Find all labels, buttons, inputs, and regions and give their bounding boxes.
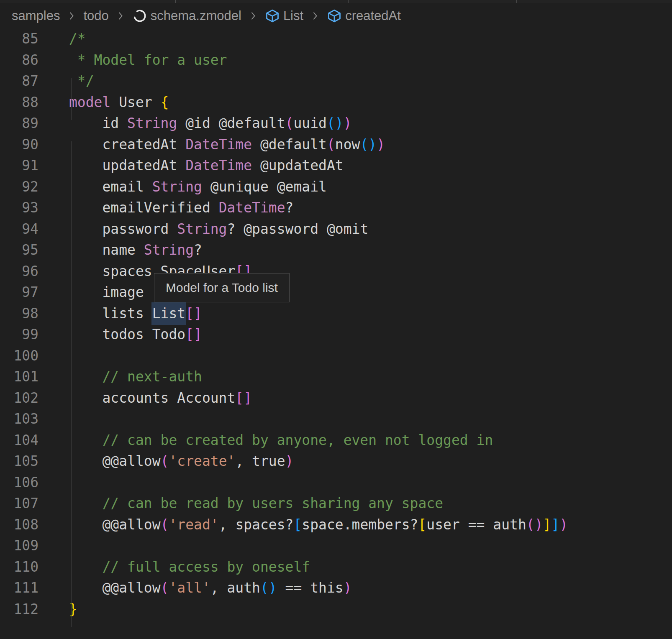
code-line[interactable]: 100: [0, 345, 672, 367]
breadcrumb-item[interactable]: samples: [12, 8, 60, 23]
code-line[interactable]: 90 createdAt DateTime @default(now()): [0, 134, 672, 156]
line-number[interactable]: 110: [0, 557, 38, 578]
line-number[interactable]: 109: [0, 535, 38, 557]
code-line[interactable]: 111 @@allow('all', auth() == this): [0, 578, 672, 599]
breadcrumb-item[interactable]: createdAt: [327, 8, 401, 23]
line-content[interactable]: */: [69, 73, 94, 89]
line-number[interactable]: 105: [0, 451, 38, 472]
code-line[interactable]: 92 email String @unique @email: [0, 176, 672, 198]
code-line[interactable]: 88model User {: [0, 92, 672, 113]
line-number[interactable]: 92: [0, 176, 38, 198]
line-number[interactable]: 97: [0, 282, 38, 303]
code-line[interactable]: 96 spaces SpaceUser[]: [0, 261, 672, 282]
line-content[interactable]: // can be created by anyone, even not lo…: [69, 432, 493, 448]
line-number[interactable]: 86: [0, 50, 38, 71]
code-token: space.members?: [302, 516, 418, 533]
line-content[interactable]: image: [69, 284, 144, 300]
code-line[interactable]: 104 // can be created by anyone, even no…: [0, 430, 672, 451]
line-number[interactable]: 112: [0, 599, 38, 620]
line-number[interactable]: 85: [0, 28, 38, 50]
code-token: ): [344, 580, 352, 596]
breadcrumb-item[interactable]: todo: [83, 8, 108, 23]
code-line[interactable]: 85/*: [0, 28, 672, 50]
line-content[interactable]: id String @id @default(uuid()): [69, 115, 352, 131]
line-number[interactable]: 90: [0, 134, 38, 156]
code-line[interactable]: 107 // can be read by users sharing any …: [0, 493, 672, 514]
code-line[interactable]: 112}: [0, 599, 672, 620]
code-token: ): [559, 516, 568, 533]
line-content[interactable]: * Model for a user: [69, 52, 227, 68]
code-line[interactable]: 89 id String @id @default(uuid()): [0, 113, 672, 134]
line-number[interactable]: 106: [0, 472, 38, 493]
line-number[interactable]: 98: [0, 303, 38, 325]
line-number[interactable]: 100: [0, 345, 38, 367]
line-content[interactable]: @@allow('read', spaces?[space.members?[u…: [69, 516, 568, 533]
code-token: name: [69, 242, 144, 258]
code-line[interactable]: 101 // next-auth: [0, 366, 672, 388]
line-number[interactable]: 91: [0, 155, 38, 176]
code-line[interactable]: 102 accounts Account[]: [0, 388, 672, 409]
line-number[interactable]: 102: [0, 388, 38, 409]
code-line[interactable]: 105 @@allow('create', true): [0, 451, 672, 472]
line-number[interactable]: 108: [0, 514, 38, 536]
line-number[interactable]: 104: [0, 430, 38, 451]
line-number[interactable]: 89: [0, 113, 38, 134]
line-number[interactable]: 99: [0, 324, 38, 345]
line-number[interactable]: 101: [0, 366, 38, 388]
line-content[interactable]: createdAt DateTime @default(now()): [69, 136, 385, 153]
editor-pane[interactable]: 85/*86 * Model for a user87 */88model Us…: [0, 28, 672, 639]
line-content[interactable]: model User {: [69, 94, 169, 110]
code-line[interactable]: 93 emailVerified DateTime?: [0, 197, 672, 219]
code-token: DateTime: [185, 157, 252, 174]
line-number[interactable]: 107: [0, 493, 38, 514]
line-number[interactable]: 88: [0, 92, 38, 113]
code-token: String: [177, 221, 227, 237]
line-content[interactable]: updatedAt DateTime @updatedAt: [69, 157, 344, 174]
line-number[interactable]: 111: [0, 578, 38, 599]
line-content[interactable]: email String @unique @email: [69, 179, 327, 195]
line-content[interactable]: emailVerified DateTime?: [69, 199, 293, 216]
line-content[interactable]: name String?: [69, 242, 202, 258]
line-content[interactable]: // full access by oneself: [69, 559, 310, 575]
line-content[interactable]: // can be read by users sharing any spac…: [69, 495, 443, 511]
code-token: ): [285, 453, 294, 469]
line-number[interactable]: 95: [0, 240, 38, 261]
line-content[interactable]: todos Todo[]: [69, 326, 202, 343]
breadcrumb-item[interactable]: schema.zmodel: [132, 8, 241, 23]
code-line[interactable]: 106: [0, 472, 672, 493]
code-line[interactable]: 110 // full access by oneself: [0, 557, 672, 578]
line-number[interactable]: 96: [0, 261, 38, 282]
line-content[interactable]: password String? @password @omit: [69, 221, 368, 237]
code-line[interactable]: 109: [0, 535, 672, 557]
breadcrumb-item-label: List: [283, 8, 303, 23]
code-line[interactable]: 99 todos Todo[]: [0, 324, 672, 345]
line-content[interactable]: }: [69, 601, 77, 617]
code-token: @@allow: [69, 453, 161, 469]
code-line[interactable]: 98 lists List[]: [0, 303, 672, 325]
code-line[interactable]: 87 */: [0, 71, 672, 92]
code-token: lists: [69, 305, 152, 322]
code-token: (): [327, 115, 344, 131]
line-number[interactable]: 87: [0, 71, 38, 92]
code-line[interactable]: 108 @@allow('read', spaces?[space.member…: [0, 514, 672, 536]
breadcrumb-item[interactable]: List: [265, 8, 303, 23]
code-token: ?: [194, 242, 202, 258]
code-line[interactable]: 94 password String? @password @omit: [0, 219, 672, 240]
code-token: [: [418, 516, 426, 533]
line-number[interactable]: 103: [0, 409, 38, 430]
line-content[interactable]: lists List[]: [69, 305, 202, 322]
code-token: , auth: [210, 580, 260, 596]
code-line[interactable]: 103: [0, 409, 672, 430]
code-line[interactable]: 91 updatedAt DateTime @updatedAt: [0, 155, 672, 176]
code-line[interactable]: 86 * Model for a user: [0, 50, 672, 71]
line-content[interactable]: // next-auth: [69, 368, 202, 385]
line-content[interactable]: @@allow('all', auth() == this): [69, 580, 352, 596]
line-content[interactable]: accounts Account[]: [69, 390, 252, 406]
code-line[interactable]: 95 name String?: [0, 240, 672, 261]
code-token: String: [152, 179, 202, 195]
code-line[interactable]: 97 image: [0, 282, 672, 303]
line-content[interactable]: /*: [69, 31, 86, 47]
line-number[interactable]: 93: [0, 197, 38, 219]
line-number[interactable]: 94: [0, 219, 38, 240]
line-content[interactable]: @@allow('create', true): [69, 453, 293, 469]
